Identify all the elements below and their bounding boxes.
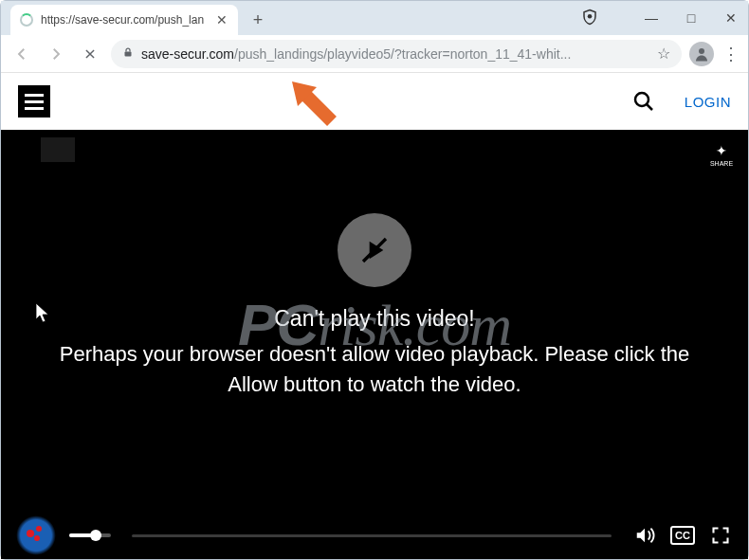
minimize-button[interactable]: — [640, 7, 663, 29]
share-label: SHARE [710, 160, 733, 167]
stop-button[interactable] [77, 41, 103, 67]
video-error-body: Perhaps your browser doesn't allow video… [58, 339, 691, 400]
volume-slider[interactable] [69, 533, 111, 537]
shield-icon [581, 9, 598, 26]
share-icon: ✦ [716, 143, 727, 158]
loading-spinner-icon [20, 13, 33, 27]
url-text: save-secur.com/push_landings/playvideo5/… [141, 46, 571, 62]
video-thumbnail [41, 137, 75, 162]
maximize-button[interactable]: □ [680, 7, 703, 29]
video-message: Can't play this video! Perhaps your brow… [1, 130, 748, 512]
share-button[interactable]: ✦ SHARE [708, 141, 735, 168]
hamburger-menu-button[interactable] [18, 85, 50, 117]
play-disabled-icon [338, 213, 411, 287]
svg-point-3 [635, 93, 649, 106]
forward-button[interactable] [43, 41, 69, 67]
close-button[interactable]: ✕ [720, 7, 742, 29]
site-header: LOGIN [1, 73, 748, 130]
login-link[interactable]: LOGIN [685, 94, 731, 110]
video-error-heading: Can't play this video! [274, 306, 475, 332]
video-player: ✦ SHARE Can't play this video! Perhaps y… [1, 130, 748, 559]
video-controls: CC [1, 512, 748, 559]
svg-point-0 [588, 14, 593, 19]
progress-bar[interactable] [132, 534, 612, 537]
address-bar[interactable]: save-secur.com/push_landings/playvideo5/… [111, 40, 682, 68]
search-button[interactable] [630, 87, 658, 116]
profile-button[interactable] [689, 42, 714, 66]
tab-title: https://save-secur.com/push_lan [41, 13, 208, 27]
new-tab-button[interactable]: + [246, 8, 270, 32]
svg-point-2 [699, 48, 704, 54]
volume-icon[interactable] [632, 523, 657, 548]
menu-button[interactable]: ⋮ [722, 44, 740, 64]
back-button[interactable] [9, 41, 35, 67]
play-button[interactable] [16, 515, 56, 555]
browser-toolbar: save-secur.com/push_landings/playvideo5/… [1, 35, 748, 73]
browser-tab[interactable]: https://save-secur.com/push_lan ✕ [10, 5, 238, 35]
close-icon[interactable]: ✕ [215, 13, 228, 27]
lock-icon [122, 45, 134, 62]
window-titlebar: https://save-secur.com/push_lan ✕ + — □ … [1, 1, 748, 35]
svg-rect-1 [125, 52, 132, 57]
captions-button[interactable]: CC [670, 526, 695, 545]
fullscreen-button[interactable] [708, 523, 733, 548]
bookmark-icon[interactable]: ☆ [657, 45, 670, 63]
